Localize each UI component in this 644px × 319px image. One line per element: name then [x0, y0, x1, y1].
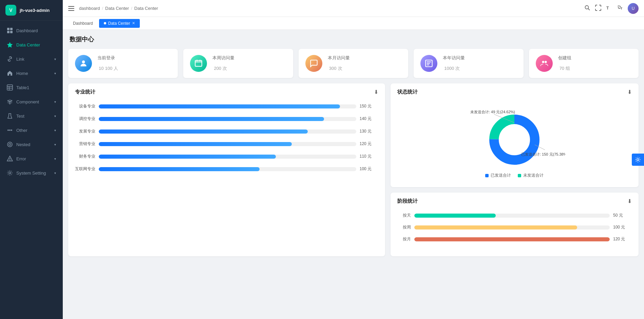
legend-unsent: 未发送合计 [518, 173, 544, 178]
annotation-unsent: 未发送合计: 49 元(24.62%) [470, 110, 515, 114]
svg-rect-2 [7, 31, 10, 33]
svg-rect-1 [10, 28, 13, 30]
stage-label: 按月 [397, 236, 411, 242]
sidebar-item-data-center[interactable]: Data Center [0, 38, 63, 52]
stat-value: 70组 [558, 62, 571, 72]
stat-label: 本年访问量 [443, 55, 465, 61]
bar-value: 130 元 [360, 128, 378, 134]
page-title: 数据中心 [68, 35, 639, 43]
sidebar-item-table1[interactable]: Table1 [0, 80, 63, 95]
bar-track [99, 155, 356, 159]
bar-value: 150 元 [360, 103, 378, 109]
bar-label: 调控专业 [75, 116, 95, 122]
sidebar-item-link[interactable]: Link ▾ [0, 52, 63, 66]
error-icon [7, 156, 13, 162]
tab-dashboard[interactable]: Dashboard [68, 19, 98, 28]
search-icon[interactable] [584, 5, 590, 12]
stat-label: 本周访问量 [212, 55, 234, 61]
sidebar-item-nested[interactable]: Nested ▾ [0, 137, 63, 152]
table-icon [7, 84, 13, 91]
bar-fill [99, 167, 260, 171]
sidebar-item-label: Error [16, 156, 26, 161]
link-icon [7, 56, 13, 62]
avatar[interactable]: U [628, 3, 639, 14]
breadcrumb-data-center-1[interactable]: Data Center [105, 6, 129, 11]
svg-point-32 [637, 159, 639, 161]
stat-icon-groups [536, 55, 553, 72]
stage-fill [414, 214, 496, 218]
chevron-down-icon: ▾ [54, 114, 56, 118]
donut-svg: 未发送合计: 49 元(24.62%) 已发送合计: 150 元(75.38%) [463, 104, 565, 168]
stat-value: 10100 人 [97, 62, 118, 72]
bar-fill [99, 117, 324, 121]
translate-icon[interactable] [617, 5, 623, 12]
page-content: 数据中心 当前登录 10100 人 [63, 30, 644, 319]
tab-close-icon[interactable]: ✕ [132, 21, 135, 25]
stat-value: 1000次 [443, 62, 465, 72]
bar-track [99, 129, 356, 134]
bar-track [99, 167, 356, 171]
stat-value: 300次 [328, 62, 350, 72]
svg-point-26 [542, 61, 544, 63]
sidebar-item-component[interactable]: Component ▾ [0, 95, 63, 109]
right-panel: 状态统计 ⬇ [391, 83, 639, 256]
sidebar-item-system-setting[interactable]: System Setting ▾ [0, 166, 63, 180]
logo-text: jh-vue3-admin [20, 8, 50, 13]
sidebar-item-other[interactable]: Other ▾ [0, 123, 63, 137]
stat-card-monthly: 本月访问量 300次 [299, 49, 408, 78]
sidebar-item-label: Dashboard [16, 28, 38, 33]
bar-track [99, 117, 356, 121]
download-icon-status[interactable]: ⬇ [627, 89, 632, 95]
chevron-down-icon: ▾ [54, 143, 56, 146]
bar-label: 财务专业 [75, 154, 95, 159]
bar-value: 110 元 [360, 154, 378, 159]
bar-row: 调控专业 140 元 [75, 116, 378, 122]
chevron-down-icon: ▾ [54, 57, 56, 61]
stage-value: 50 元 [613, 213, 632, 218]
stat-unit: 次 [223, 66, 227, 71]
bar-fill [99, 129, 308, 134]
bar-chart-stage: 按天 50 元 按周 100 元 [397, 210, 632, 251]
bar-fill [99, 142, 292, 146]
breadcrumb-data-center-2[interactable]: Data Center [134, 6, 158, 11]
logo-icon: V [5, 5, 16, 16]
bar-row: 设备专业 150 元 [75, 103, 378, 109]
setting-icon [7, 170, 13, 176]
bar-value: 140 元 [360, 116, 378, 122]
bar-label: 发展专业 [75, 128, 95, 134]
sidebar-logo[interactable]: V jh-vue3-admin [0, 0, 63, 21]
settings-button[interactable] [632, 154, 644, 166]
stat-icon-weekly [190, 55, 207, 72]
download-icon-stage[interactable]: ⬇ [627, 198, 632, 204]
stage-label: 按周 [397, 224, 411, 230]
sidebar-item-test[interactable]: Test ▾ [0, 109, 63, 123]
stat-card-groups: 创建组 70组 [529, 49, 639, 78]
font-size-icon[interactable]: T [606, 5, 612, 12]
stat-icon-yearly [420, 55, 437, 72]
legend-dot-unsent [518, 174, 521, 177]
bar-value: 120 元 [360, 141, 378, 147]
bar-fill [99, 155, 276, 159]
stat-label: 本月访问量 [328, 55, 350, 61]
bar-row: 互联网专业 100 元 [75, 166, 378, 172]
download-icon-professional[interactable]: ⬇ [374, 89, 378, 95]
sidebar-item-home[interactable]: Home ▾ [0, 66, 63, 80]
sidebar-item-dashboard[interactable]: Dashboard [0, 23, 63, 38]
stat-card-yearly: 本年访问量 1000次 [414, 49, 523, 78]
svg-point-12 [7, 142, 12, 147]
tab-data-center[interactable]: Data Center ✕ [99, 19, 140, 28]
bar-label: 营销专业 [75, 141, 95, 147]
header: dashboard / Data Center / Data Center T … [63, 0, 644, 17]
svg-point-11 [11, 129, 12, 131]
fullscreen-icon[interactable] [595, 5, 601, 12]
stat-unit: 次 [455, 66, 460, 71]
annotation-sent: 已发送合计: 150 元(75.38%) [521, 152, 565, 156]
hamburger-menu[interactable] [68, 6, 74, 11]
stat-icon-monthly [305, 55, 322, 72]
sidebar-item-label: System Setting [16, 171, 46, 176]
svg-text:T: T [606, 6, 609, 11]
svg-rect-5 [7, 85, 13, 90]
bar-value: 100 元 [360, 166, 378, 172]
breadcrumb-dashboard[interactable]: dashboard [79, 6, 100, 11]
sidebar-item-error[interactable]: Error ▾ [0, 152, 63, 166]
